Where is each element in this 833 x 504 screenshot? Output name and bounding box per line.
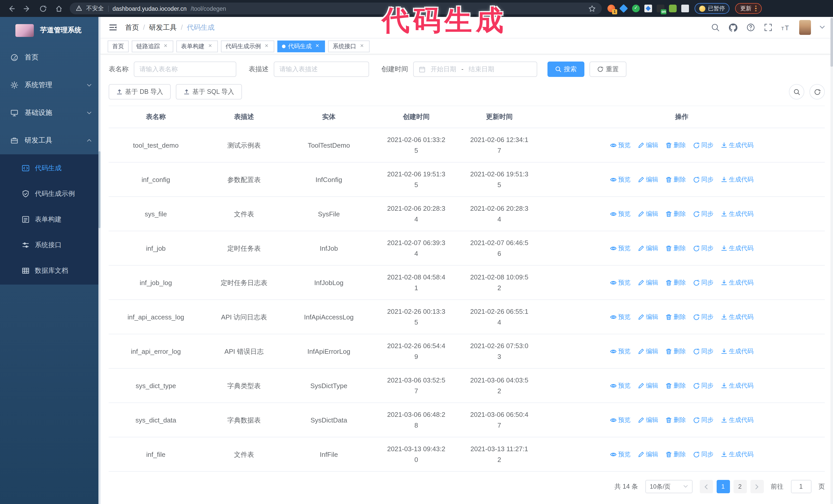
reset-button[interactable]: 重置 [590,62,626,77]
close-icon[interactable]: × [359,43,365,49]
table-name-input[interactable] [134,62,236,77]
action-download[interactable]: 生成代码 [721,243,754,254]
sidebar-item-system[interactable]: 系统管理 [0,71,100,99]
page-button-2[interactable]: 2 [733,480,747,493]
page-button-1[interactable]: 1 [716,480,730,493]
forward-icon[interactable] [22,5,32,12]
home-icon[interactable] [54,5,64,12]
sidebar-item-home[interactable]: 首页 [0,44,100,71]
toggle-search-button[interactable] [789,84,804,99]
import-db-button[interactable]: 基于 DB 导入 [109,84,171,99]
font-size-icon[interactable]: TT [781,23,790,31]
date-range-picker[interactable]: 开始日期 - 结束日期 [413,62,537,77]
action-sync[interactable]: 同步 [693,277,714,288]
action-eye[interactable]: 预览 [610,209,630,219]
action-sync[interactable]: 同步 [693,449,714,460]
close-icon[interactable]: × [314,43,320,49]
back-icon[interactable] [6,5,17,12]
action-download[interactable]: 生成代码 [721,140,754,150]
action-download[interactable]: 生成代码 [721,311,754,322]
bookmark-star-icon[interactable] [589,5,596,12]
collapse-sidebar-icon[interactable] [109,23,117,32]
action-sync[interactable]: 同步 [693,140,714,150]
ext-gem-icon[interactable] [619,4,628,13]
submenu-item-form-builder[interactable]: 表单构建 [0,207,100,232]
ext-puzzle-icon[interactable] [681,5,689,12]
submenu-item-codegen-example[interactable]: 代码生成示例 [0,181,100,207]
action-delete[interactable]: 删除 [665,311,686,322]
browser-update-button[interactable]: 更新 [735,3,761,14]
action-delete[interactable]: 删除 [665,380,686,391]
ext-grid-icon[interactable] [644,5,652,12]
action-delete[interactable]: 删除 [665,209,686,219]
action-download[interactable]: 生成代码 [721,414,754,425]
action-download[interactable]: 生成代码 [721,346,754,357]
action-delete[interactable]: 删除 [665,174,686,185]
page-size-select[interactable]: 10条/页 [645,480,692,493]
action-delete[interactable]: 删除 [665,277,686,288]
submenu-item-system-api[interactable]: 系统接口 [0,232,100,258]
sidebar-scrollbar[interactable] [98,17,100,504]
action-edit[interactable]: 编辑 [638,277,658,288]
import-sql-button[interactable]: 基于 SQL 导入 [176,84,242,99]
action-download[interactable]: 生成代码 [721,277,754,288]
action-edit[interactable]: 编辑 [638,449,658,460]
action-edit[interactable]: 编辑 [638,311,658,322]
action-edit[interactable]: 编辑 [638,346,658,357]
action-eye[interactable]: 预览 [610,243,630,254]
action-sync[interactable]: 同步 [693,380,714,391]
action-eye[interactable]: 预览 [610,449,630,460]
ext-onoff-icon[interactable]: on [657,5,664,12]
address-bar[interactable]: 不安全 dashboard.yudao.iocoder.cn/tool/code… [70,3,602,14]
action-edit[interactable]: 编辑 [638,174,658,185]
action-edit[interactable]: 编辑 [638,414,658,425]
action-sync[interactable]: 同步 [693,346,714,357]
action-edit[interactable]: 编辑 [638,140,658,150]
goto-page-input[interactable] [791,480,811,493]
chevron-down-icon[interactable] [820,26,825,29]
search-icon[interactable] [711,23,720,32]
paused-chip[interactable]: 已暂停 [695,3,730,14]
sidebar-item-devtools[interactable]: 研发工具 [0,127,100,154]
action-delete[interactable]: 删除 [665,346,686,357]
action-sync[interactable]: 同步 [693,414,714,425]
refresh-table-button[interactable] [809,84,825,99]
action-eye[interactable]: 预览 [610,380,630,391]
action-download[interactable]: 生成代码 [721,174,754,185]
ext-orange-icon[interactable]: 1 [608,5,615,12]
table-desc-input[interactable] [274,62,369,77]
action-sync[interactable]: 同步 [693,311,714,322]
submenu-item-codegen[interactable]: 代码生成 [0,155,100,181]
tab-系统接口[interactable]: 系统接口× [328,40,370,52]
action-download[interactable]: 生成代码 [721,449,754,460]
action-download[interactable]: 生成代码 [721,380,754,391]
ext-green-bot-icon[interactable] [669,5,677,12]
ext-green-check-icon[interactable] [632,5,640,12]
tab-代码生成[interactable]: 代码生成× [277,40,325,52]
action-eye[interactable]: 预览 [610,414,630,425]
close-icon[interactable]: × [163,43,169,49]
reload-icon[interactable] [38,5,48,12]
breadcrumb-devtools[interactable]: 研发工具 [149,23,177,32]
action-sync[interactable]: 同步 [693,243,714,254]
tab-首页[interactable]: 首页 [108,40,129,52]
kebab-menu-icon[interactable] [755,6,756,11]
sidebar-item-infra[interactable]: 基础设施 [0,99,100,127]
action-delete[interactable]: 删除 [665,243,686,254]
submenu-item-db-doc[interactable]: 数据库文档 [0,258,100,284]
action-eye[interactable]: 预览 [610,346,630,357]
action-sync[interactable]: 同步 [693,209,714,219]
action-edit[interactable]: 编辑 [638,380,658,391]
action-delete[interactable]: 删除 [665,140,686,150]
date-start-placeholder[interactable]: 开始日期 [431,65,456,74]
search-button[interactable]: 搜索 [547,62,585,77]
action-eye[interactable]: 预览 [610,174,630,185]
page-scrollbar[interactable] [830,17,833,504]
tab-表单构建[interactable]: 表单构建× [176,40,218,52]
github-icon[interactable] [729,23,738,32]
action-sync[interactable]: 同步 [693,174,714,185]
breadcrumb-home[interactable]: 首页 [125,23,139,32]
prev-page-button[interactable] [699,480,713,493]
help-icon[interactable] [746,23,755,32]
action-eye[interactable]: 预览 [610,277,630,288]
